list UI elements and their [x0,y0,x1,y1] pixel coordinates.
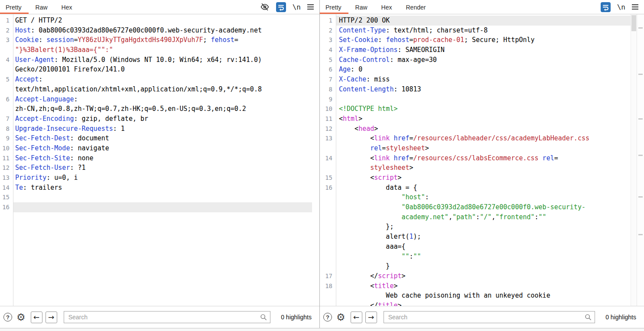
scroll-marker [638,234,643,235]
code-line: 8Content-Length: 10813 [320,84,631,94]
line-number [320,202,336,212]
vertical-scrollbar[interactable] [631,14,637,306]
next-match-button[interactable]: → [365,312,377,323]
tab-spacer [79,0,260,14]
line-number: 13 [320,133,336,143]
line-number: 8 [320,84,336,94]
code-line: alert(1); [320,232,631,242]
line-number [320,163,336,173]
line-number: 15 [320,173,336,183]
code-text: <link href=/resources/labheader/css/acad… [336,133,631,143]
highlights-count: 0 highlights [281,314,312,321]
newline-icon[interactable]: \n [617,3,625,11]
code-line: Gecko/20100101 Firefox/141.0 [0,65,312,75]
search-input[interactable] [64,311,271,323]
code-line: 14 <link href=/resources/css/labsEcommer… [320,153,631,163]
code-text: Accept-Language: [13,94,312,104]
tab-spacer [433,0,600,14]
response-editor[interactable]: 1HTTP/2 200 OK2Content-Type: text/html; … [320,14,644,306]
line-number: 13 [0,173,13,183]
request-rows: 1GET / HTTP/22Host: 0ab8006c0393d2ad80e6… [0,14,312,212]
code-text: zh-CN,zh;q=0.8,zh-TW;q=0.7,zh-HK;q=0.5,e… [13,104,312,114]
help-icon[interactable]: ? [3,313,12,321]
tab-render[interactable]: Render [399,0,433,14]
code-line: 13 <link href=/resources/labheader/css/a… [320,133,631,143]
wrap-icon[interactable] [276,2,286,12]
code-line: 5Accept: [0,75,312,84]
code-text: <html> [336,114,631,124]
code-line: </title> [320,301,631,306]
line-number [0,45,13,55]
code-line: 8Upgrade-Insecure-Requests: 1 [0,124,312,134]
window-bottom-edge [0,328,644,331]
code-text: academy.net","path":"/","frontend":"" [336,212,631,222]
line-number: 4 [320,45,336,55]
line-number: 4 [0,55,13,65]
code-line: 13Priority: u=0, i [0,173,312,183]
code-text: <head> [336,124,631,134]
response-footer: ? ⚙ ← → 0 highlights [320,306,644,328]
code-line: rel=stylesheet> [320,143,631,153]
tab-hex[interactable]: Hex [374,0,399,14]
tab-hex[interactable]: Hex [55,0,79,14]
code-line: academy.net","path":"/","frontend":"" [320,212,631,222]
response-tabs: PrettyRawHexRender [320,0,433,14]
line-number [320,261,336,271]
next-match-button[interactable]: → [46,312,57,323]
code-line: 10Sec-Fetch-Mode: navigate [0,143,312,153]
code-text: Upgrade-Insecure-Requests: 1 [13,124,312,134]
menu-icon[interactable] [632,4,638,10]
help-icon[interactable]: ? [323,313,332,321]
previous-match-button[interactable]: ← [351,312,362,323]
code-line: 16 data = { [320,183,631,193]
code-line: 16 [0,202,312,212]
code-text: Cache-Control: max-age=30 [336,55,631,65]
code-line: 15 <script> [320,173,631,183]
line-number: 6 [0,94,13,104]
code-text: } [336,261,631,271]
code-line: } [320,261,631,271]
line-number: 12 [0,163,13,173]
scrollbar-thumb[interactable] [631,15,636,31]
code-line: 3Set-Cookie: fehost=prod-cache-01; Secur… [320,35,631,45]
tab-pretty[interactable]: Pretty [0,0,29,14]
request-footer: ? ⚙ ← → 0 highlights [0,306,319,328]
line-number [320,192,336,202]
code-text: data = { [336,183,631,193]
code-text: X-Cache: miss [336,75,631,84]
code-line: 11<html> [320,114,631,124]
line-number: 5 [0,75,13,84]
scroll-marker [638,27,643,29]
wrap-icon[interactable] [601,2,611,12]
tab-raw[interactable]: Raw [348,0,374,14]
code-line: 1HTTP/2 200 OK [320,16,631,26]
code-line: 2Content-Type: text/html; charset=utf-8 [320,26,631,36]
line-number: 9 [0,133,13,143]
settings-icon[interactable]: ⚙ [16,312,26,322]
settings-icon[interactable]: ⚙ [336,312,345,322]
code-text: Host: 0ab8006c0393d2ad80e6727e00c000f0.w… [13,26,312,36]
code-text: }; [336,222,631,232]
code-line: 3Cookie: session=YY86zUJkyTTgaHgdxtdHs49… [0,35,312,45]
code-text: text/html,application/xhtml+xml,applicat… [13,84,312,94]
code-line: stylesheet> [320,163,631,173]
code-line: "0ab8006c0393d2ad80e6727e00c000f0.web-se… [320,202,631,212]
hide-icon[interactable] [260,2,270,12]
code-line: 4X-Frame-Options: SAMEORIGIN [320,45,631,55]
code-line: text/html,application/xhtml+xml,applicat… [0,84,312,94]
line-number: 14 [320,153,336,163]
request-editor[interactable]: 1GET / HTTP/22Host: 0ab8006c0393d2ad80e6… [0,14,319,306]
search-input[interactable] [384,311,595,323]
newline-icon[interactable]: \n [293,3,301,11]
menu-icon[interactable] [307,4,314,10]
line-number: 2 [320,26,336,36]
request-tabs: PrettyRawHex [0,0,79,14]
code-text: Age: 0 [336,65,631,75]
line-number [320,232,336,242]
line-number [320,252,336,262]
tab-pretty[interactable]: Pretty [320,0,348,14]
previous-match-button[interactable]: ← [31,312,42,323]
code-text: <link href=/resources/css/labsEcommerce.… [336,153,631,163]
tab-raw[interactable]: Raw [29,0,55,14]
code-line: 1GET / HTTP/2 [0,16,312,26]
